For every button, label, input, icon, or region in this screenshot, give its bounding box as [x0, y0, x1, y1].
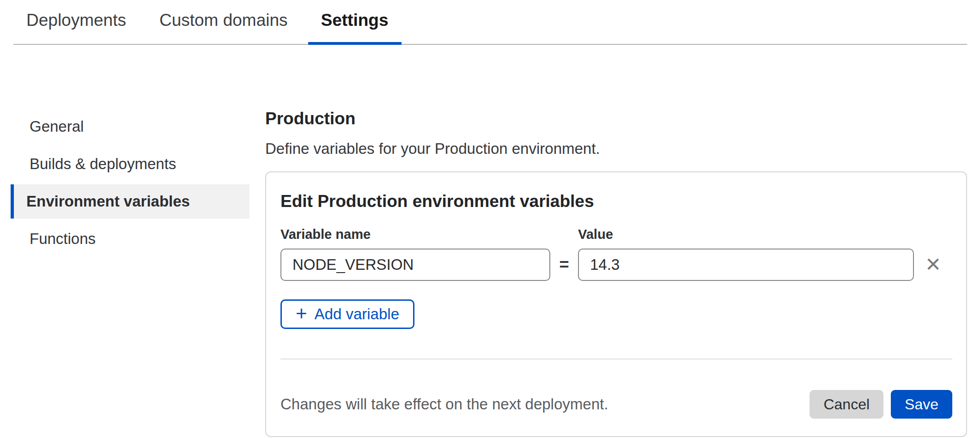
page-body: General Builds & deployments Environment… [0, 45, 980, 437]
remove-variable-button[interactable]: ✕ [920, 252, 946, 278]
sidebar-item-general[interactable]: General [11, 110, 250, 144]
sidebar-item-builds-deployments[interactable]: Builds & deployments [11, 147, 250, 181]
add-variable-label: Add variable [315, 305, 399, 323]
sidebar-item-functions[interactable]: Functions [11, 222, 250, 256]
remove-variable-icon: ✕ [925, 253, 941, 276]
equals-sign: = [550, 255, 578, 274]
tab-deployments[interactable]: Deployments [13, 11, 139, 45]
tab-bar: Deployments Custom domains Settings [13, 0, 967, 45]
remove-cell: ✕ [914, 252, 952, 278]
tab-settings[interactable]: Settings [308, 11, 402, 45]
variable-name-input[interactable] [280, 249, 550, 281]
section-title: Production [265, 110, 967, 128]
settings-sidebar: General Builds & deployments Environment… [11, 110, 250, 259]
deployment-note: Changes will take effect on the next dep… [280, 395, 810, 413]
variable-row: = ✕ [280, 249, 952, 281]
section-description: Define variables for your Production env… [265, 140, 967, 158]
sidebar-item-environment-variables[interactable]: Environment variables [11, 184, 250, 219]
card-divider [280, 359, 952, 359]
tab-custom-domains[interactable]: Custom domains [146, 11, 301, 45]
variable-name-label: Variable name [280, 227, 550, 242]
main-content: Production Define variables for your Pro… [265, 110, 967, 437]
variable-value-input[interactable] [578, 249, 914, 281]
field-labels-row: Variable name Value [280, 227, 952, 242]
value-label: Value [578, 227, 914, 242]
cancel-button[interactable]: Cancel [810, 390, 883, 419]
environment-variables-card: Edit Production environment variables Va… [265, 171, 967, 437]
save-button[interactable]: Save [891, 390, 952, 419]
card-footer: Changes will take effect on the next dep… [280, 390, 952, 419]
plus-icon: + [296, 304, 307, 323]
card-title: Edit Production environment variables [280, 192, 952, 211]
add-variable-button[interactable]: + Add variable [280, 299, 414, 329]
